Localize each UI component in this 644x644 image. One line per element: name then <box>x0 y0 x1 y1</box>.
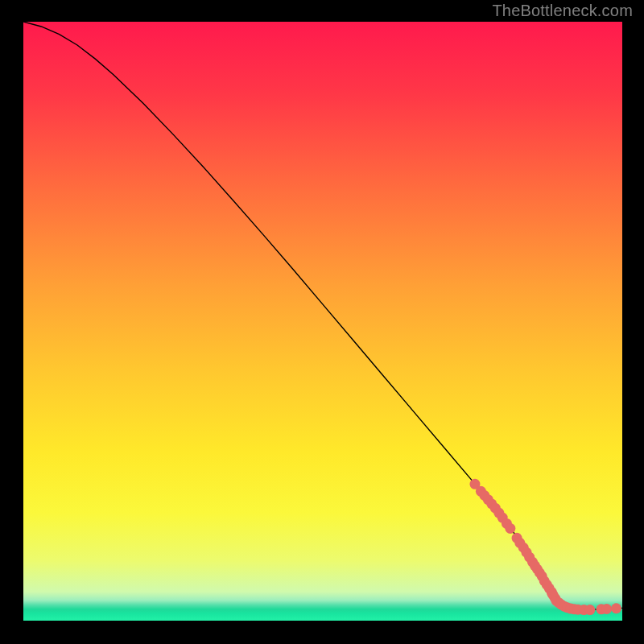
scatter-point <box>505 523 515 534</box>
gradient-background <box>23 22 622 621</box>
chart-frame: TheBottleneck.com <box>0 0 644 644</box>
scatter-point <box>611 603 621 613</box>
plot-svg <box>23 22 622 621</box>
scatter-point <box>601 604 612 614</box>
attribution-label: TheBottleneck.com <box>492 2 633 20</box>
plot-area <box>23 22 622 621</box>
scatter-point <box>584 605 595 615</box>
